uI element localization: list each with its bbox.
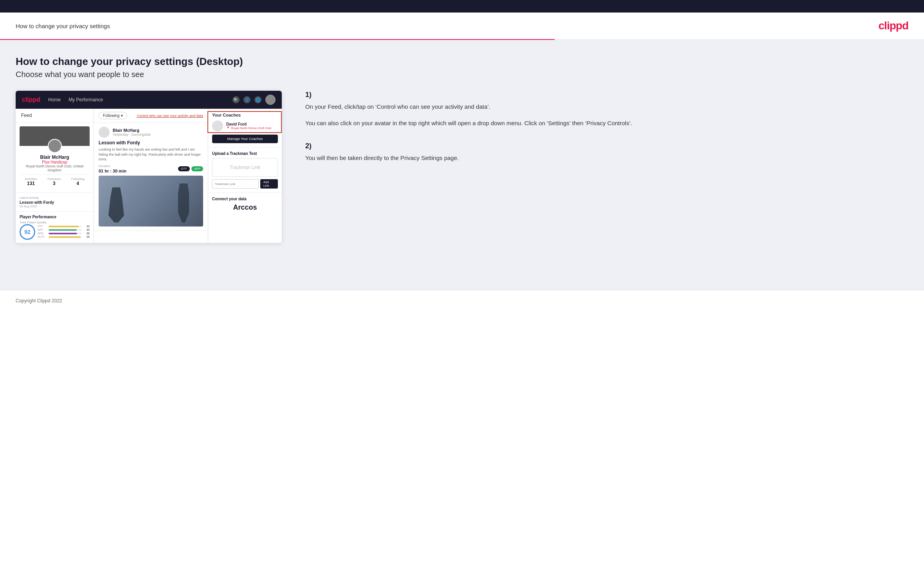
activity-desc: Looking to feel like my hands are exitin… [99, 147, 203, 162]
duration-info: Duration 01 hr : 30 min [99, 164, 126, 173]
tpq-row: 92 OTT 90 APP [20, 224, 90, 240]
stat-activities-label: Activities [25, 177, 37, 181]
activity-user-info: Blair McHarg Yesterday · Sunningdale [113, 128, 151, 137]
profile-name: Blair McHarg [20, 155, 90, 160]
add-link-button[interactable]: Add Link [260, 179, 278, 189]
app-mockup: clippd Home My Performance 🔍 👤 🌐 Feed [16, 91, 282, 243]
nav-my-performance: My Performance [68, 97, 103, 102]
search-icon[interactable]: 🔍 [232, 96, 240, 103]
profile-handicap: Plus Handicap [20, 160, 90, 164]
nav-home: Home [48, 97, 61, 102]
arg-fill [49, 233, 77, 234]
manage-coaches-button[interactable]: Manage Your Coaches [212, 135, 278, 143]
step2-number: 2) [305, 142, 908, 150]
step1-number: 1) [305, 91, 908, 99]
app-center-panel: Following ▾ Control who can see your act… [94, 109, 208, 243]
latest-activity: Latest Activity Lesson with Fordy 03 Aug… [16, 193, 94, 212]
following-bar: Following ▾ Control who can see your act… [94, 109, 208, 123]
tpq-bar-arg: ARG 86 [38, 232, 90, 235]
app-label: APP [38, 228, 47, 231]
tpq-bars: OTT 90 APP [38, 225, 90, 239]
putt-label: PUTT [38, 235, 47, 238]
chevron-down-icon: ▾ [121, 113, 123, 118]
tpq-bar-app: APP 85 [38, 228, 90, 231]
step1-text-2: You can also click on your avatar in the… [305, 119, 908, 128]
arg-label: ARG [38, 232, 47, 235]
app-logo: clippd [22, 96, 40, 103]
main-content: How to change your privacy settings (Des… [0, 40, 924, 290]
following-label: Following [103, 113, 119, 118]
tpq-label: Total Player Quality [20, 221, 90, 224]
instruction-step-1: 1) On your Feed, click/tap on ‘Control w… [305, 91, 908, 128]
step2-text: You will then be taken directly to the P… [305, 153, 908, 163]
coach-info: David Ford 📍 Royal North Devon Golf Club [226, 122, 271, 130]
player-performance: Player Performance Total Player Quality … [16, 212, 94, 243]
tag-ott: OTT [178, 166, 190, 171]
latest-date: 03 Aug 2022 [20, 205, 90, 208]
stat-activities-value: 131 [25, 181, 37, 186]
connect-section: Connect your data Arccos [208, 193, 282, 216]
stat-following-value: 4 [71, 181, 85, 186]
arg-val: 86 [83, 232, 90, 235]
nav-right: 🔍 👤 🌐 [232, 95, 276, 105]
stat-followers-label: Followers [47, 177, 61, 181]
activity-photo [99, 176, 203, 226]
connect-title: Connect your data [212, 197, 278, 201]
profile-avatar [48, 139, 62, 153]
coach-item: David Ford 📍 Royal North Devon Golf Club [212, 120, 278, 131]
globe-icon[interactable]: 🌐 [254, 96, 261, 103]
following-button[interactable]: Following ▾ [99, 112, 127, 119]
tpq-bar-putt: PUTT 96 [38, 235, 90, 238]
avatar[interactable] [265, 95, 276, 105]
tag-app: APP [191, 166, 203, 171]
profile-stats: Activities 131 Followers 3 Following 4 [20, 174, 90, 189]
profile-section: Blair McHarg Plus Handicap Royal North D… [16, 122, 94, 193]
activity-tags: OTT APP [178, 166, 203, 171]
instructions: 1) On your Feed, click/tap on ‘Control w… [297, 91, 908, 177]
activity-user-row: Blair McHarg Yesterday · Sunningdale [99, 127, 203, 138]
activity-card: Blair McHarg Yesterday · Sunningdale Les… [94, 123, 208, 231]
putt-val: 96 [83, 235, 90, 238]
stat-activities: Activities 131 [25, 177, 37, 186]
app-body: Feed Blair McHarg Plus Handicap Royal No… [16, 109, 282, 243]
step1-text-1: On your Feed, click/tap on ‘Control who … [305, 102, 908, 111]
arccos-text: Arccos [212, 203, 278, 212]
location-icon: 📍 [226, 126, 230, 130]
activity-user-name: Blair McHarg [113, 128, 151, 133]
arg-track [49, 233, 82, 234]
trackman-input[interactable] [212, 179, 259, 189]
instruction-step-2: 2) You will then be taken directly to th… [305, 142, 908, 163]
footer: Copyright Clippd 2022 [0, 290, 924, 310]
golfer-silhouette-1 [106, 187, 126, 223]
page-subheading: Choose what you want people to see [16, 70, 908, 79]
trackman-box: Trackman Link [212, 158, 278, 177]
ott-val: 90 [83, 225, 90, 228]
clippd-logo: clippd [879, 20, 908, 32]
copyright: Copyright Clippd 2022 [16, 298, 62, 304]
golfer-silhouette-2 [176, 183, 191, 223]
page-heading: How to change your privacy settings (Des… [16, 56, 908, 68]
duration-row: Duration 01 hr : 30 min OTT APP [99, 164, 203, 173]
duration-value: 01 hr : 30 min [99, 169, 126, 173]
app-fill [49, 229, 77, 231]
coaches-section: Your Coaches David Ford 📍 Royal North De… [208, 109, 282, 147]
app-track [49, 229, 82, 231]
user-icon[interactable]: 👤 [243, 96, 250, 103]
app-navbar: clippd Home My Performance 🔍 👤 🌐 [16, 91, 282, 109]
profile-club: Royal North Devon Golf Club, United King… [20, 164, 90, 172]
activity-user-location: Yesterday · Sunningdale [113, 133, 151, 137]
app-val: 85 [83, 228, 90, 231]
activity-title: Lesson with Fordy [99, 140, 203, 146]
coaches-title: Your Coaches [212, 113, 278, 117]
stat-following: Following 4 [71, 177, 85, 186]
tpq-circle: 92 [20, 224, 35, 240]
coach-name: David Ford [226, 122, 271, 126]
coach-avatar [212, 120, 223, 131]
feed-tab[interactable]: Feed [16, 109, 94, 122]
latest-label: Latest Activity [20, 196, 90, 200]
top-bar [0, 0, 924, 13]
putt-fill [49, 236, 81, 238]
control-privacy-link[interactable]: Control who can see your activity and da… [137, 114, 203, 118]
header: How to change your privacy settings clip… [0, 13, 924, 39]
coach-club-text: Royal North Devon Golf Club [231, 126, 271, 130]
